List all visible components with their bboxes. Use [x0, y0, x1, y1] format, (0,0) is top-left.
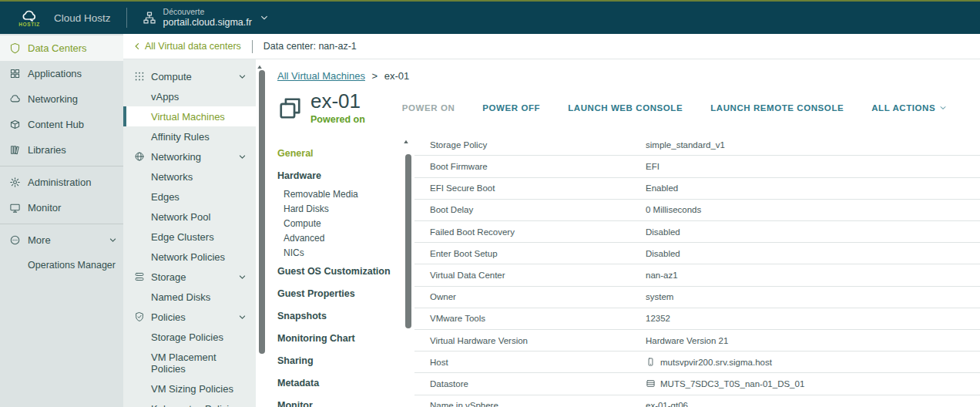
- vdc-nav-item[interactable]: Storage: [123, 267, 256, 287]
- property-value: mutsvpvir200.srv.sigma.host: [646, 357, 772, 367]
- org-tree-icon: [143, 11, 156, 25]
- details-scrollbar[interactable]: [402, 134, 414, 407]
- vdc-nav-item[interactable]: Virtual Machines: [123, 106, 256, 126]
- sidebar-item[interactable]: Monitor: [0, 195, 123, 220]
- vdc-nav-item[interactable]: Networking: [123, 146, 256, 166]
- vm-section-label: Snapshots: [277, 311, 327, 321]
- vm-section-item[interactable]: Advanced: [277, 230, 402, 245]
- sidebar-item[interactable]: Networking: [0, 86, 123, 112]
- property-value: system: [646, 292, 673, 301]
- scroll-up-arrow-icon[interactable]: [256, 64, 263, 70]
- property-value-text: Hardware Version 21: [646, 336, 728, 345]
- vm-section-item[interactable]: Guest OS Customization: [277, 260, 402, 282]
- vdc-nav-item[interactable]: Networks: [123, 166, 256, 187]
- vm-section-label: Hard Disks: [284, 204, 329, 214]
- chevron-down-icon: [939, 104, 947, 112]
- property-row: Storage Policy simple_standard_v1: [414, 134, 980, 156]
- top-bar: HOSTIZ Cloud Hostz Découverte portail.cl…: [0, 0, 980, 34]
- host-icon: [646, 357, 656, 367]
- property-label: Virtual Hardware Version: [414, 336, 646, 345]
- vm-section-item[interactable]: Sharing: [277, 349, 402, 372]
- action-button[interactable]: POWER ON: [402, 103, 455, 113]
- vm-section-item[interactable]: Metadata: [277, 372, 402, 394]
- property-row: Name in vSphere ex-01-gt06: [414, 395, 980, 407]
- action-button-label: POWER ON: [402, 103, 455, 113]
- gear-icon: [9, 177, 21, 188]
- sidebar-item[interactable]: Content Hub: [0, 112, 123, 137]
- vm-section-label: Monitor: [277, 400, 313, 407]
- vm-section-item[interactable]: Monitoring Chart: [277, 327, 402, 349]
- chevron-down-icon: [238, 273, 247, 281]
- vm-action-toolbar: POWER ON POWER OFF LAUNCH WEB CONSOLE: [402, 103, 947, 113]
- vdc-nav-item-label: Policies: [151, 311, 186, 323]
- scrollbar-thumb[interactable]: [405, 154, 411, 328]
- vm-power-status: Powered on: [310, 114, 365, 125]
- vdc-nav-item[interactable]: Named Disks: [123, 287, 256, 307]
- vm-section-label: Guest Properties: [277, 288, 355, 299]
- action-button[interactable]: LAUNCH WEB CONSOLE: [568, 103, 683, 113]
- vm-section-item[interactable]: Hard Disks: [277, 201, 402, 216]
- tenant-switcher[interactable]: Découverte portail.cloud.sigma.fr: [143, 7, 269, 29]
- main-scrollbar[interactable]: [256, 59, 268, 407]
- sidebar-item[interactable]: Libraries: [0, 137, 123, 163]
- property-row: Host mutsvpvir200.srv.sigma.host: [414, 352, 980, 373]
- property-row: Owner system: [414, 287, 980, 308]
- sidebar-item[interactable]: More: [0, 227, 123, 253]
- sidebar-item[interactable]: Operations Manager: [0, 253, 123, 278]
- scroll-up-arrow-icon[interactable]: [402, 139, 410, 145]
- property-value: Hardware Version 21: [646, 336, 728, 345]
- vm-section-item[interactable]: Removable Media: [277, 187, 402, 201]
- vm-section-item[interactable]: Snapshots: [277, 304, 402, 327]
- vm-detail-panel: All Virtual Machines > ex-01 ex-01 Power…: [256, 59, 980, 407]
- property-label: Boot Delay: [414, 205, 646, 214]
- vdc-nav-item[interactable]: Affinity Rules: [123, 126, 256, 146]
- sidebar-item-label: Applications: [28, 68, 82, 79]
- sidebar-item-label: Libraries: [28, 144, 66, 156]
- property-value: 0 Milliseconds: [646, 205, 701, 214]
- vdc-nav-item[interactable]: VM Sizing Policies: [123, 378, 256, 399]
- property-value: 12352: [646, 314, 670, 323]
- property-value: Disabled: [646, 249, 680, 258]
- back-to-datacenters-link[interactable]: All Virtual data centers: [133, 41, 241, 52]
- property-value-text: Disabled: [646, 227, 680, 237]
- brand-name: Cloud Hostz: [54, 12, 111, 24]
- vdc-nav-item-label: Compute: [151, 71, 192, 82]
- action-button[interactable]: LAUNCH REMOTE CONSOLE: [710, 103, 844, 113]
- vdc-nav-item-label: Edges: [151, 191, 180, 203]
- property-row: VMware Tools 12352: [414, 308, 980, 330]
- vdc-nav-item[interactable]: Edge Clusters: [123, 227, 256, 247]
- sidebar-item[interactable]: Data Centers: [0, 35, 123, 61]
- breadcrumb-separator: >: [372, 70, 378, 82]
- sidebar-item[interactable]: Applications: [0, 61, 123, 86]
- app-logo[interactable]: HOSTIZ: [12, 8, 46, 27]
- vdc-nav-item[interactable]: Compute: [123, 66, 256, 86]
- vdc-nav-item[interactable]: Edges: [123, 187, 256, 207]
- vm-section-item[interactable]: Guest Properties: [277, 282, 402, 304]
- breadcrumb-all-vms-link[interactable]: All Virtual Machines: [277, 70, 365, 82]
- vdc-nav-item[interactable]: Storage Policies: [123, 327, 256, 347]
- sidebar-item[interactable]: Administration: [0, 170, 123, 195]
- vm-section-label: Sharing: [277, 355, 314, 366]
- sidebar-item-label: More: [28, 234, 51, 246]
- vm-section-item[interactable]: Monitor: [277, 394, 402, 407]
- vm-section-item[interactable]: General: [277, 142, 402, 164]
- vdc-nav-item[interactable]: Kubernetes Policies: [123, 399, 256, 407]
- sidebar-item-label: Data Centers: [28, 42, 87, 54]
- property-value-text: EFI: [646, 162, 659, 171]
- scrollbar-thumb[interactable]: [259, 70, 265, 354]
- vdc-nav-item[interactable]: Network Pool: [123, 207, 256, 227]
- vdc-nav-item[interactable]: Policies: [123, 307, 256, 327]
- action-button[interactable]: ALL ACTIONS: [871, 103, 947, 113]
- vm-section-item[interactable]: NICs: [277, 245, 402, 260]
- action-button[interactable]: POWER OFF: [482, 103, 540, 113]
- vdc-nav-item[interactable]: vApps: [123, 86, 256, 106]
- vm-section-item[interactable]: Compute: [277, 216, 402, 230]
- property-value: simple_standard_v1: [646, 140, 725, 150]
- chevron-down-icon: [109, 236, 117, 244]
- chevron-down-icon: [238, 313, 247, 321]
- vm-section-label: NICs: [284, 247, 304, 258]
- action-button-label: LAUNCH REMOTE CONSOLE: [710, 103, 844, 113]
- vdc-nav-item[interactable]: VM Placement Policies: [123, 347, 256, 378]
- vdc-nav-item[interactable]: Network Policies: [123, 247, 256, 267]
- vm-section-item[interactable]: Hardware: [277, 164, 402, 187]
